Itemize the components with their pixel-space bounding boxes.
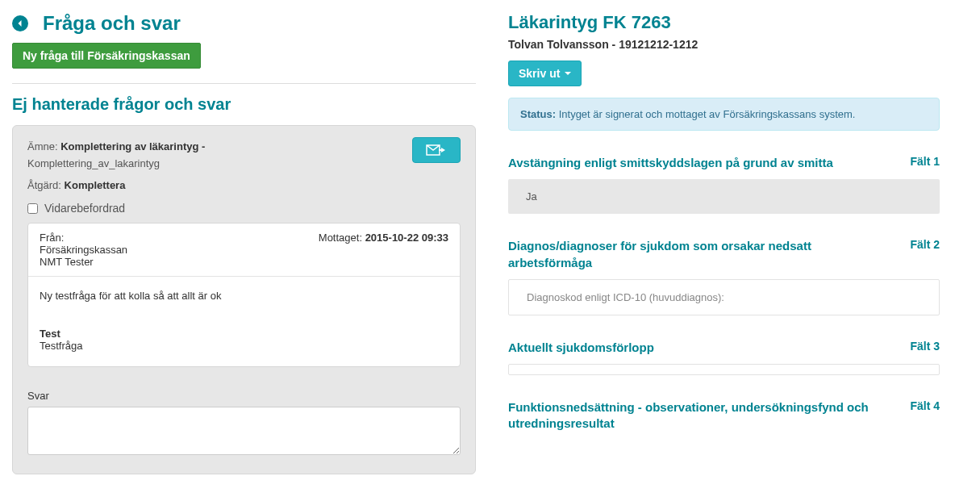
message-box: Från: Försäkringskassan NMT Tester Motta…: [27, 223, 461, 367]
print-button[interactable]: Skriv ut: [508, 61, 582, 86]
forward-mail-button[interactable]: [412, 137, 461, 163]
field-label: Fält 3: [910, 340, 940, 353]
from-label: Från:: [40, 232, 127, 244]
qa-panel: Fråga och svar Ny fråga till Försäkrings…: [0, 0, 476, 474]
caret-down-icon: [565, 72, 571, 75]
subject-subline: Komplettering_av_lakarintyg: [27, 156, 461, 173]
arrow-left-icon: [16, 19, 24, 27]
status-box: Status: Intyget är signerat och mottaget…: [508, 98, 940, 131]
subject-value: Komplettering av läkarintyg -: [60, 140, 205, 152]
reply-label: Svar: [27, 390, 461, 402]
certificate-section: Diagnos/diagnoser för sjukdom som orsaka…: [508, 238, 940, 315]
forwarded-label: Vidarebefordrad: [44, 202, 125, 215]
certificate-section: Funktionsnedsättning - observationer, un…: [508, 399, 940, 432]
back-button[interactable]: [12, 15, 28, 31]
new-question-button[interactable]: Ny fråga till Försäkringskassan: [12, 43, 201, 69]
from-sub: NMT Tester: [40, 256, 127, 268]
qa-title: Fråga och svar: [43, 12, 181, 35]
field-label: Fält 4: [910, 399, 940, 412]
question-card: Ämne: Komplettering av läkarintyg - Komp…: [12, 125, 476, 474]
divider: [12, 83, 476, 84]
message-line-2: Testfråga: [40, 340, 448, 352]
received-line: Mottaget: 2015-10-22 09:33: [319, 232, 448, 268]
mail-forward-icon: [426, 144, 447, 157]
section-body: Diagnoskod enligt ICD-10 (huvuddiagnos):: [508, 279, 940, 315]
from-value: Försäkringskassan: [40, 244, 127, 256]
unhandled-heading: Ej hanterade frågor och svar: [12, 95, 476, 114]
subject-line: Ämne: Komplettering av läkarintyg -: [27, 139, 461, 156]
certificate-section: Aktuellt sjukdomsförloppFält 3: [508, 340, 940, 375]
section-title: Diagnos/diagnoser för sjukdom som orsaka…: [508, 238, 879, 271]
subject-label: Ämne:: [27, 140, 58, 152]
action-label: Åtgärd:: [27, 179, 61, 191]
forwarded-checkbox[interactable]: [27, 203, 38, 214]
section-body: [508, 364, 940, 375]
section-title: Aktuellt sjukdomsförlopp: [508, 340, 654, 356]
certificate-panel: Läkarintyg FK 7263 Tolvan Tolvansson - 1…: [476, 0, 952, 432]
action-line: Åtgärd: Komplettera: [27, 178, 461, 194]
message-line-1: Ny testfråga för att kolla så att allt ä…: [40, 290, 448, 302]
patient-line: Tolvan Tolvansson - 19121212-1212: [508, 38, 940, 51]
action-value: Komplettera: [65, 179, 126, 191]
section-title: Avstängning enligt smittskyddslagen på g…: [508, 155, 833, 171]
from-line: Från: Försäkringskassan: [40, 232, 127, 256]
received-label: Mottaget:: [319, 232, 362, 244]
received-value: 2015-10-22 09:33: [365, 232, 448, 244]
field-label: Fält 1: [910, 155, 940, 168]
certificate-title: Läkarintyg FK 7263: [508, 12, 940, 33]
section-title: Funktionsnedsättning - observationer, un…: [508, 399, 879, 432]
message-bold: Test: [40, 328, 448, 340]
status-label: Status:: [520, 108, 556, 120]
reply-textarea[interactable]: [27, 407, 461, 455]
field-label: Fält 2: [910, 238, 940, 251]
section-body: Ja: [508, 179, 940, 214]
print-button-label: Skriv ut: [519, 67, 560, 80]
forwarded-checkbox-row[interactable]: Vidarebefordrad: [27, 202, 461, 215]
certificate-section: Avstängning enligt smittskyddslagen på g…: [508, 155, 940, 214]
status-text: Intyget är signerat och mottaget av Förs…: [559, 108, 856, 120]
